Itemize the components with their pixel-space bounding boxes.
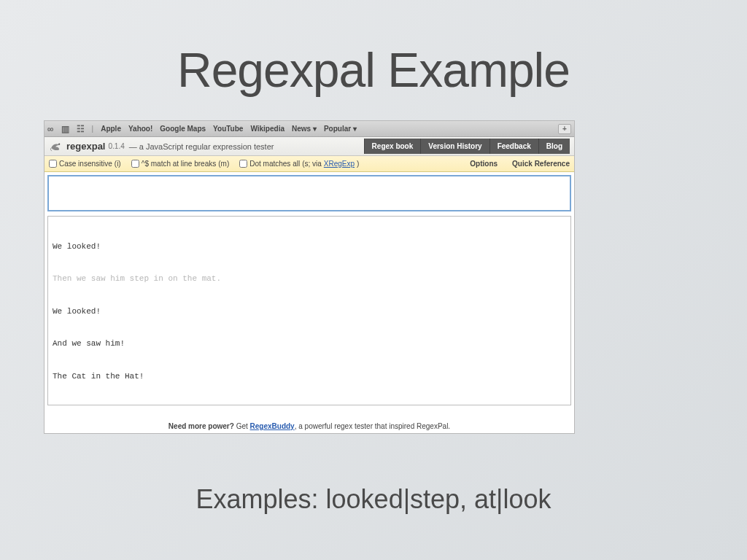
option-case-insensitive[interactable]: Case insensitive (i): [49, 160, 121, 168]
option-flag-suffix: ): [357, 160, 359, 168]
checkbox-match-linebreaks[interactable]: [131, 160, 139, 168]
footer-tail: , a powerful regex tester that inspired …: [295, 422, 450, 430]
bookmark-apple[interactable]: Apple: [101, 125, 121, 133]
regexpal-header: regexpal 0.1.4 — a JavaScript regular ex…: [44, 137, 574, 156]
bookmark-yahoo[interactable]: Yahoo!: [128, 125, 152, 133]
xregexp-link[interactable]: XRegExp: [324, 160, 355, 168]
tab-version-history[interactable]: Version History: [420, 139, 489, 154]
svg-point-0: [58, 143, 60, 144]
tab-feedback[interactable]: Feedback: [489, 139, 538, 154]
bookmarks-icon: ▥: [61, 124, 69, 134]
quick-reference-link[interactable]: Quick Reference: [512, 160, 570, 168]
tagline: — a JavaScript regular expression tester: [129, 142, 274, 151]
bookmark-googlemaps[interactable]: Google Maps: [160, 125, 206, 133]
bookmark-news[interactable]: News ▾: [292, 125, 317, 133]
slide-title: Regexpal Example: [0, 0, 747, 98]
option-dot-matches-all[interactable]: Dot matches all (s; via XRegExp): [239, 160, 359, 168]
option-flag: (s; via: [302, 160, 322, 168]
test-line: We looked!: [53, 241, 566, 252]
checkbox-case-insensitive[interactable]: [49, 160, 57, 168]
slide-caption: Examples: looked|step, at|look: [0, 484, 747, 515]
test-line: And we saw him!: [53, 338, 566, 349]
tab-regex-book[interactable]: Regex book: [364, 139, 421, 154]
glasses-icon: ∞: [47, 124, 54, 134]
option-flag: (m): [218, 160, 229, 168]
footer-promo: Need more power? Get RegexBuddy, a power…: [44, 422, 574, 430]
tab-blog[interactable]: Blog: [538, 139, 570, 154]
grid-icon: ☷: [77, 124, 85, 134]
new-tab-button[interactable]: +: [558, 124, 571, 134]
option-label: Case insensitive: [59, 160, 112, 168]
regex-input[interactable]: [47, 175, 571, 211]
test-line: We looked!: [53, 306, 566, 317]
option-flag: (i): [115, 160, 121, 168]
regexbuddy-link[interactable]: RegexBuddy: [250, 422, 295, 430]
app-window: ∞ ▥ ☷ | Apple Yahoo! Google Maps YouTube…: [44, 120, 575, 434]
checkbox-dot-matches-all[interactable]: [239, 160, 247, 168]
test-text-area[interactable]: We looked! Then we saw him step in on th…: [47, 216, 571, 405]
test-line: The Cat in the Hat!: [53, 371, 566, 382]
footer-mid: Get: [234, 422, 250, 430]
option-label: Dot matches all: [249, 160, 300, 168]
browser-bookmarks-bar: ∞ ▥ ☷ | Apple Yahoo! Google Maps YouTube…: [44, 121, 574, 137]
footer-lead: Need more power?: [169, 422, 234, 430]
test-line: Then we saw him step in on the mat.: [53, 273, 566, 284]
divider: |: [92, 125, 94, 133]
chameleon-logo-icon: [49, 139, 63, 154]
options-bar: Case insensitive (i) ^$ match at line br…: [44, 156, 574, 172]
version-label: 0.1.4: [108, 142, 124, 150]
bookmark-wikipedia[interactable]: Wikipedia: [250, 125, 285, 133]
bookmark-popular[interactable]: Popular ▾: [324, 125, 357, 133]
options-link[interactable]: Options: [470, 160, 498, 168]
option-label: ^$ match at line breaks: [142, 160, 217, 168]
bookmark-youtube[interactable]: YouTube: [213, 125, 243, 133]
header-tabs: Regex book Version History Feedback Blog: [364, 139, 570, 154]
brand-name: regexpal: [66, 141, 105, 152]
option-match-linebreaks[interactable]: ^$ match at line breaks (m): [131, 160, 230, 168]
